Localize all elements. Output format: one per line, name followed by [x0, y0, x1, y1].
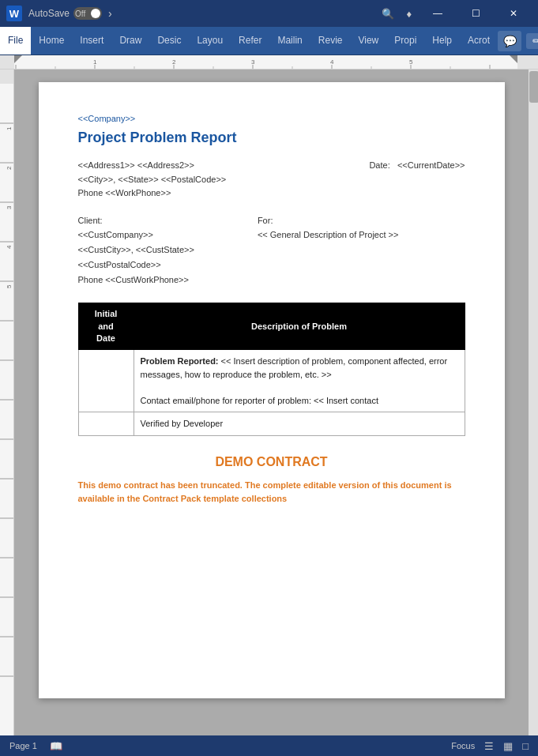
diamond-icon: ⬧ — [405, 6, 413, 21]
main-area: 1 2 3 4 5 <<Company>> — [0, 70, 538, 735]
maximize-button[interactable]: ☐ — [457, 0, 494, 27]
editing-button[interactable]: ✏ Editing ▾ — [526, 33, 538, 49]
address-line1: <<Address1>> <<Address2>> — [78, 159, 227, 173]
svg-text:4: 4 — [6, 245, 13, 249]
svg-text:2: 2 — [6, 166, 13, 170]
svg-rect-21 — [517, 55, 538, 69]
problem-table: InitialandDate Description of Problem Pr… — [78, 303, 465, 436]
ruler-svg: 1 2 3 4 5 — [0, 55, 538, 70]
minimize-button[interactable]: — — [419, 0, 456, 27]
tab-layout[interactable]: Layou — [189, 27, 231, 55]
tab-properties[interactable]: Propi — [386, 27, 424, 55]
ribbon-chevron[interactable]: › — [108, 7, 112, 20]
problem-reported-label: Problem Reported: — [141, 356, 219, 366]
svg-rect-0 — [0, 55, 538, 70]
pencil-icon: ✏ — [532, 36, 538, 47]
table-header-initial: InitialandDate — [78, 303, 134, 350]
tab-references[interactable]: Refer — [231, 27, 269, 55]
status-bar-right: Focus ☰ ▦ □ — [451, 740, 529, 752]
horizontal-ruler: 1 2 3 4 5 — [0, 55, 538, 70]
for-description: << General Description of Project >> — [258, 228, 399, 243]
svg-text:1: 1 — [93, 58, 97, 66]
autosave-toggle[interactable]: Off — [73, 7, 102, 20]
svg-text:2: 2 — [172, 58, 176, 66]
current-date-field: <<CurrentDate>> — [397, 160, 465, 170]
tab-insert[interactable]: Insert — [72, 27, 111, 55]
svg-text:1: 1 — [6, 126, 13, 130]
address-block: <<Address1>> <<Address2>> <<City>>, <<St… — [78, 159, 465, 201]
tab-review[interactable]: Revie — [310, 27, 351, 55]
table-row-problem: Problem Reported: << Insert description … — [78, 350, 465, 412]
page-number: Page 1 — [9, 741, 37, 750]
focus-label[interactable]: Focus — [451, 741, 475, 750]
left-ruler-svg: 1 2 3 4 5 — [0, 70, 14, 735]
ribbon: File Home Insert Draw Desic Layou Refer … — [0, 27, 538, 55]
tab-help[interactable]: Help — [424, 27, 460, 55]
address-city-state: <<City>>, <<State>> <<PostalCode>> — [78, 173, 227, 187]
window-controls: — ☐ ✕ — [419, 0, 532, 27]
svg-rect-26 — [0, 70, 13, 84]
svg-text:3: 3 — [251, 58, 255, 66]
table-cell-verified: Verified by Developer — [134, 412, 465, 436]
tab-mailings[interactable]: Mailin — [269, 27, 310, 55]
svg-text:5: 5 — [409, 58, 413, 66]
table-cell-initial-1 — [78, 350, 134, 412]
demo-contract-title: DEMO CONTRACT — [78, 455, 465, 469]
svg-text:3: 3 — [6, 205, 13, 209]
address-phone: Phone <<WorkPhone>> — [78, 186, 227, 201]
document-scroll-area[interactable]: <<Company>> Project Problem Report <<Add… — [14, 70, 529, 735]
contact-info-line: Contact email/phone for reporter of prob… — [141, 394, 458, 408]
table-cell-problem: Problem Reported: << Insert description … — [134, 350, 465, 412]
title-bar: W AutoSave Off › 🔍 ⬧ — ☐ ✕ — [0, 0, 538, 27]
autosave-section: AutoSave Off — [28, 7, 102, 20]
cust-company: <<CustCompany>> — [78, 228, 194, 243]
toggle-state-label: Off — [75, 9, 85, 18]
vertical-scrollbar[interactable] — [529, 70, 538, 735]
tab-home[interactable]: Home — [31, 27, 72, 55]
status-icon-book[interactable]: 📖 — [50, 740, 62, 752]
word-icon: W — [6, 6, 22, 21]
status-bar: Page 1 📖 Focus ☰ ▦ □ — [0, 735, 538, 756]
problem-reported-line: Problem Reported: << Insert description … — [141, 355, 458, 381]
cust-city-state: <<CustCity>>, <<CustState>> — [78, 243, 194, 258]
date-label: Date: — [369, 160, 389, 170]
ribbon-right-section: 💬 ✏ Editing ▾ — [498, 27, 538, 55]
for-label: For: — [258, 213, 399, 228]
document-page: <<Company>> Project Problem Report <<Add… — [39, 82, 505, 698]
svg-text:5: 5 — [6, 284, 13, 288]
client-section: Client: <<CustCompany>> <<CustCity>>, <<… — [78, 213, 465, 287]
document-title: Project Problem Report — [78, 130, 465, 146]
view-icon[interactable]: ▦ — [503, 740, 513, 752]
toggle-knob — [91, 9, 100, 18]
demo-contract-text: This demo contract has been truncated. T… — [78, 479, 465, 506]
close-button[interactable]: ✕ — [495, 0, 532, 27]
date-section: Date: <<CurrentDate>> — [369, 159, 465, 201]
comment-button[interactable]: 💬 — [498, 31, 521, 51]
tab-acrobat[interactable]: Acrot — [460, 27, 498, 55]
company-field: <<Company>> — [78, 114, 465, 123]
tab-draw[interactable]: Draw — [111, 27, 149, 55]
table-row-verified: Verified by Developer — [78, 412, 465, 436]
layout-icon[interactable]: ☰ — [484, 740, 494, 752]
autosave-label: AutoSave — [28, 8, 70, 19]
tab-design[interactable]: Desic — [149, 27, 189, 55]
cust-phone: Phone <<CustWorkPhone>> — [78, 273, 194, 288]
address-left: <<Address1>> <<Address2>> <<City>>, <<St… — [78, 159, 227, 201]
cust-postal-code: <<CustPostalCode>> — [78, 258, 194, 273]
for-block: For: << General Description of Project >… — [258, 213, 399, 287]
client-label: Client: — [78, 213, 194, 228]
vertical-ruler: 1 2 3 4 5 — [0, 70, 14, 735]
tab-file[interactable]: File — [0, 27, 31, 55]
client-block: Client: <<CustCompany>> <<CustCity>>, <<… — [78, 213, 194, 287]
web-icon[interactable]: □ — [522, 740, 529, 752]
svg-rect-1 — [0, 69, 538, 70]
tab-view[interactable]: View — [350, 27, 386, 55]
table-header-description: Description of Problem — [134, 303, 465, 350]
table-cell-initial-2 — [78, 412, 134, 436]
svg-rect-20 — [0, 55, 14, 69]
svg-text:4: 4 — [330, 58, 334, 66]
search-icon[interactable]: 🔍 — [377, 2, 399, 24]
